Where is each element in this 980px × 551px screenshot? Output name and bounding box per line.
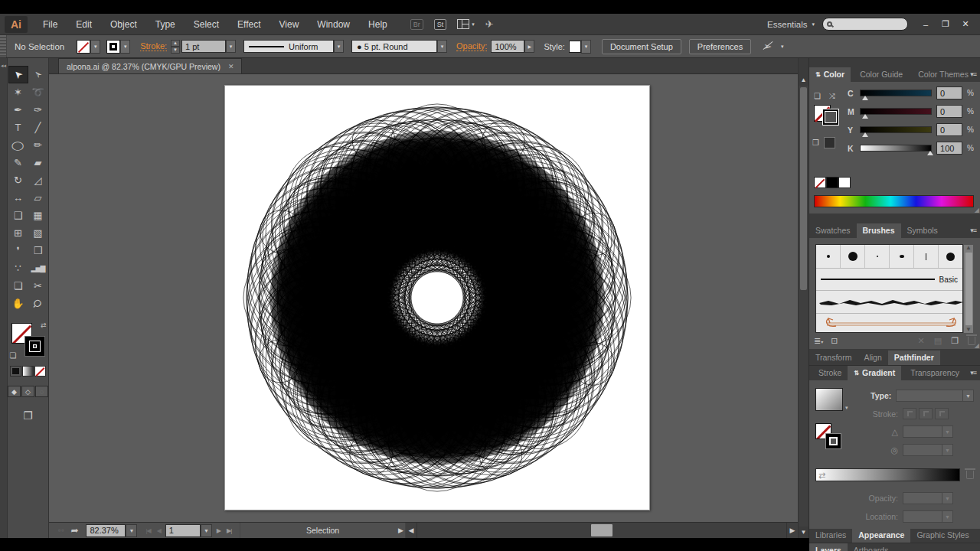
lasso-tool[interactable]: ➰ <box>28 83 48 101</box>
ellipse-tool[interactable]: ◯ <box>8 136 28 154</box>
brush-libraries-menu-icon[interactable]: ≣▾ <box>814 336 823 346</box>
fill-stroke-control[interactable]: ⇄ ❏ <box>11 323 45 357</box>
color-stroke-proxy[interactable] <box>825 111 837 123</box>
stock-icon[interactable]: St <box>434 19 447 30</box>
gradient-ramp[interactable] <box>815 468 960 481</box>
panel-tab[interactable]: Color Themes <box>909 67 975 82</box>
gradient-across-stroke-button[interactable] <box>935 408 949 419</box>
gradient-aspect-dropdown[interactable]: ▼ <box>903 444 953 456</box>
opacity-panel-link[interactable]: Opacity: <box>456 41 487 51</box>
none-button[interactable] <box>34 366 46 377</box>
opacity-field[interactable]: 100% <box>491 40 524 53</box>
stepper-up-icon[interactable]: ▲ <box>171 40 180 47</box>
first-artboard-button[interactable]: |◀ <box>143 526 152 536</box>
fill-color-control[interactable]: ▾ <box>77 40 100 54</box>
free-transform-tool[interactable]: ▱ <box>28 189 48 207</box>
prev-artboard-button[interactable]: ◀ <box>155 526 163 536</box>
last-artboard-button[interactable]: ▶| <box>224 526 234 536</box>
gradient-button[interactable] <box>22 366 34 377</box>
closest-color-swatch[interactable] <box>824 137 835 148</box>
brush-arrow[interactable] <box>816 314 962 332</box>
brush-dot-1[interactable] <box>816 245 841 268</box>
preferences-button[interactable]: Preferences <box>689 39 751 54</box>
share-icon[interactable]: ✈ <box>485 18 494 30</box>
remove-brush-stroke-icon[interactable]: ✕ <box>918 336 925 346</box>
gradient-along-stroke-button[interactable] <box>919 408 933 419</box>
scroll-right-icon[interactable]: ▶ <box>787 527 798 534</box>
dock-collapse-strip[interactable]: ◂◂ <box>0 58 8 538</box>
resize-handle[interactable]: ◢ <box>975 207 979 214</box>
document-tab[interactable]: alpona.ai @ 82.37% (CMYK/GPU Preview) ✕ <box>58 58 242 73</box>
panel-tab[interactable]: Swatches <box>809 223 857 238</box>
brush-line[interactable] <box>914 245 939 268</box>
mini-default-swatches-icon[interactable]: ❏ <box>814 92 821 100</box>
brush-options-icon[interactable]: ▤ <box>934 336 942 346</box>
draw-inside-button[interactable]: ◌ <box>35 386 48 397</box>
next-artboard-button[interactable]: ▶ <box>214 526 223 536</box>
rotate-tool[interactable]: ↻ <box>8 171 28 189</box>
menu-item[interactable]: Window <box>308 15 359 34</box>
panel-tab[interactable]: Layers <box>809 543 848 551</box>
gradient-angle-dropdown[interactable]: ▼ <box>903 425 953 438</box>
type-tool[interactable]: T <box>8 119 28 136</box>
width-tool[interactable]: ↔ <box>8 189 28 207</box>
scroll-left-icon[interactable]: ◀ <box>406 527 416 534</box>
eraser-tool[interactable]: ▰ <box>28 154 48 171</box>
none-swatch[interactable] <box>814 177 826 188</box>
panel-tab[interactable]: Graphic Styles <box>910 528 975 543</box>
search-input[interactable] <box>822 18 908 31</box>
gradient-type-dropdown[interactable]: ▼ <box>896 390 974 402</box>
workspace-switcher[interactable]: Essentials ▾ <box>767 20 815 29</box>
pencil-tool[interactable]: ✎ <box>8 154 28 171</box>
black-swatch[interactable] <box>826 177 838 188</box>
channel-value-field[interactable]: 0 <box>936 105 962 118</box>
blend-tool[interactable]: ❒ <box>28 242 48 259</box>
panel-tab[interactable]: Symbols <box>901 223 944 238</box>
export-icon[interactable]: ➦ <box>70 525 78 536</box>
status-display[interactable]: Selection ▶ <box>240 523 406 538</box>
brush-dot-4[interactable] <box>939 245 962 268</box>
horizontal-scrollbar[interactable]: ◀ ▶ <box>406 523 798 538</box>
panel-tab[interactable]: Transform <box>809 350 858 365</box>
menu-item[interactable]: Effect <box>228 15 270 34</box>
panel-tab[interactable]: Brushes <box>857 223 901 238</box>
scale-tool[interactable]: ◿ <box>28 171 48 189</box>
line-segment-tool[interactable]: ╱ <box>28 119 48 136</box>
color-button[interactable] <box>10 366 21 377</box>
artboard[interactable] <box>224 85 650 510</box>
brushes-scrollbar[interactable]: ▲ ▼ <box>963 245 973 333</box>
curvature-tool[interactable]: ✑ <box>28 101 48 119</box>
resize-handle[interactable]: ◢ <box>975 342 979 349</box>
artboard-number-field[interactable]: 1 <box>165 524 201 537</box>
selection-tool[interactable]: ➤ <box>8 66 28 83</box>
gradient-stroke-proxy[interactable] <box>825 433 841 449</box>
channel-value-field[interactable]: 0 <box>936 86 962 99</box>
hand-tool[interactable]: ✋ <box>8 295 28 312</box>
stroke-weight-dropdown[interactable]: ▾ <box>226 40 236 53</box>
channel-slider[interactable] <box>860 126 932 133</box>
zoom-tool[interactable]: Ϙ <box>28 295 48 312</box>
horizontal-scroll-thumb[interactable] <box>591 524 612 536</box>
symbol-sprayer-tool[interactable]: ∵ <box>8 259 28 277</box>
channel-value-field[interactable]: 100 <box>936 142 962 155</box>
zoom-dropdown[interactable]: ▼ <box>126 524 137 537</box>
channel-slider[interactable] <box>860 90 932 96</box>
paintbrush-tool[interactable]: ✏ <box>28 136 48 154</box>
menu-item[interactable]: View <box>270 15 309 34</box>
style-dropdown[interactable]: ▾ <box>581 40 591 54</box>
panel-tab[interactable]: Appearance <box>852 528 910 543</box>
reverse-gradient-icon[interactable]: ⇄ <box>818 471 825 481</box>
gradient-swatch-control[interactable]: ▾ <box>815 388 848 411</box>
gradient-swatch[interactable] <box>815 388 843 411</box>
app-logo[interactable]: Ai <box>5 16 28 33</box>
white-swatch[interactable] <box>838 177 851 188</box>
brush-dot-3[interactable] <box>865 245 890 268</box>
swap-fill-stroke-icon[interactable]: ⇄ <box>41 321 47 329</box>
color-spectrum-bar[interactable] <box>814 195 974 207</box>
menu-item[interactable]: Select <box>185 15 228 34</box>
shape-builder-tool[interactable]: ❑ <box>8 207 28 224</box>
style-swatch[interactable] <box>569 41 581 53</box>
arrange-documents-button[interactable]: ▾ <box>457 19 475 29</box>
panel-tab[interactable]: Align <box>858 350 887 365</box>
scroll-down-icon[interactable]: ▼ <box>799 527 808 538</box>
